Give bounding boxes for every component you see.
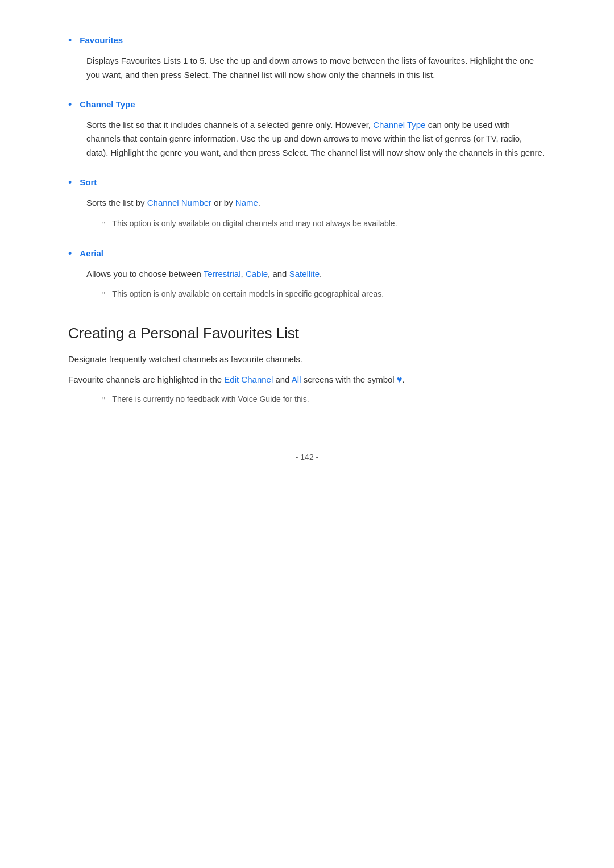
aerial-bullet-item: • Aerial xyxy=(68,247,546,261)
page-footer: - 142 - xyxy=(68,452,546,462)
sort-desc-part3: . xyxy=(258,198,260,207)
aerial-note: " This option is only available on certa… xyxy=(102,288,546,302)
personal-favourites-section: Creating a Personal Favourites List Desi… xyxy=(68,325,546,407)
channel-type-desc-part1: Sorts the list so that it includes chann… xyxy=(86,120,373,130)
section-note: " There is currently no feedback with Vo… xyxy=(102,393,546,407)
channel-type-inline-link[interactable]: Channel Type xyxy=(373,120,425,130)
note-quote-section: " xyxy=(102,393,105,407)
heart-symbol: ♥ xyxy=(397,375,403,384)
section-note-text: There is currently no feedback with Voic… xyxy=(112,393,309,405)
cable-link[interactable]: Cable xyxy=(246,269,268,279)
edit-channel-link[interactable]: Edit Channel xyxy=(224,375,273,384)
name-link[interactable]: Name xyxy=(235,198,258,207)
bullet-dot-favourites: • xyxy=(68,33,72,48)
bullet-dot-aerial: • xyxy=(68,246,72,261)
favourites-section: • Favourites Displays Favourites Lists 1… xyxy=(68,34,546,82)
aerial-desc-part3: , and xyxy=(268,269,289,279)
note-quote-aerial: " xyxy=(102,288,105,302)
satellite-link[interactable]: Satellite xyxy=(289,269,320,279)
sort-link[interactable]: Sort xyxy=(80,176,97,189)
channel-type-description: Sorts the list so that it includes chann… xyxy=(86,118,546,160)
aerial-desc-part1: Allows you to choose between xyxy=(86,269,204,279)
section-subtitle2: Favourite channels are highlighted in th… xyxy=(68,372,546,387)
favourites-bullet-item: • Favourites xyxy=(68,34,546,48)
channel-number-link[interactable]: Channel Number xyxy=(147,198,211,207)
aerial-description: Allows you to choose between Terrestrial… xyxy=(86,267,546,281)
channel-type-link[interactable]: Channel Type xyxy=(80,98,135,111)
sort-section: • Sort Sorts the list by Channel Number … xyxy=(68,176,546,231)
channel-type-bullet-item: • Channel Type xyxy=(68,98,546,113)
favourites-description: Displays Favourites Lists 1 to 5. Use th… xyxy=(86,54,546,82)
sort-description: Sorts the list by Channel Number or by N… xyxy=(86,196,546,210)
favourites-link[interactable]: Favourites xyxy=(80,34,123,47)
aerial-note-text: This option is only available on certain… xyxy=(112,288,384,300)
section-subtitle1: Designate frequently watched channels as… xyxy=(68,352,546,367)
aerial-desc-part4: . xyxy=(320,269,322,279)
channel-type-section: • Channel Type Sorts the list so that it… xyxy=(68,98,546,160)
sort-bullet-item: • Sort xyxy=(68,176,546,190)
sort-desc-part1: Sorts the list by xyxy=(86,198,147,207)
bullet-dot-sort: • xyxy=(68,175,72,190)
terrestrial-link[interactable]: Terrestrial xyxy=(204,269,241,279)
aerial-desc-part2: , xyxy=(241,269,246,279)
section-title: Creating a Personal Favourites List xyxy=(68,325,546,342)
aerial-section: • Aerial Allows you to choose between Te… xyxy=(68,247,546,302)
note-quote-sort: " xyxy=(102,218,105,231)
sort-desc-part2: or by xyxy=(211,198,235,207)
sort-note-text: This option is only available on digital… xyxy=(112,217,397,230)
subtitle2-part2: and xyxy=(273,375,292,384)
bullet-dot-channel-type: • xyxy=(68,97,72,113)
sort-note: " This option is only available on digit… xyxy=(102,217,546,231)
subtitle2-part4: . xyxy=(402,375,404,384)
aerial-link[interactable]: Aerial xyxy=(80,247,103,260)
favourites-desc-text: Displays Favourites Lists 1 to 5. Use th… xyxy=(86,56,534,80)
subtitle2-part1: Favourite channels are highlighted in th… xyxy=(68,375,224,384)
page-number: - 142 - xyxy=(296,452,318,462)
all-link[interactable]: All xyxy=(292,375,301,384)
subtitle2-part3: screens with the symbol xyxy=(301,375,396,384)
